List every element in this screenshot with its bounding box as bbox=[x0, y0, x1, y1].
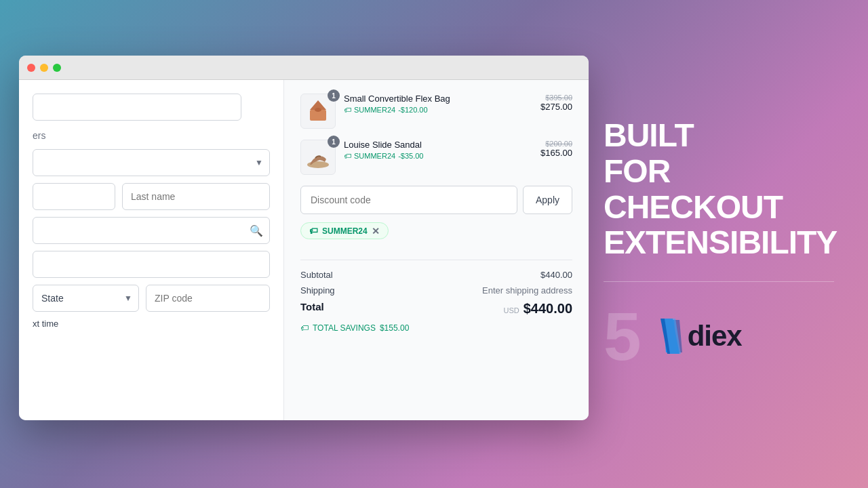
logo-text: diex bbox=[688, 320, 742, 352]
item-discount-code: SUMMER24 bbox=[354, 152, 395, 160]
applied-tag-icon: 🏷 bbox=[309, 226, 318, 236]
diex-slash-icon bbox=[655, 317, 685, 355]
savings-row: 🏷 TOTAL SAVINGS $155.00 bbox=[300, 323, 572, 333]
subtotal-row: Subtotal $440.00 bbox=[300, 270, 572, 280]
item-image-wrapper: 1 bbox=[300, 140, 336, 175]
close-button[interactable] bbox=[27, 64, 35, 72]
item-discount-code: SUMMER24 bbox=[354, 106, 395, 114]
apply-button[interactable]: Apply bbox=[523, 186, 572, 214]
divider bbox=[604, 281, 834, 282]
checkout-form-panel: ers ▼ 🔍 State bbox=[19, 80, 283, 420]
item-badge: 1 bbox=[328, 136, 340, 148]
brand-bottom: 5 diex bbox=[604, 302, 742, 370]
item-badge: 1 bbox=[328, 89, 340, 102]
subtotal-label: Subtotal bbox=[300, 270, 333, 280]
savings-icon: 🏷 bbox=[300, 323, 309, 333]
savings-value: $155.00 bbox=[380, 323, 409, 333]
savings-label: TOTAL SAVINGS bbox=[313, 323, 376, 333]
tagline-line3: EXTENSIBILITY bbox=[604, 225, 837, 261]
item-prices: $200.00 $165.00 bbox=[540, 140, 572, 158]
applied-code-badge: 🏷 SUMMER24 ✕ bbox=[300, 222, 389, 239]
item-details: Small Convertible Flex Bag 🏷 SUMMER24 -$… bbox=[344, 94, 532, 114]
branding-panel: BUILT FOR CHECKOUT EXTENSIBILITY 5 diex bbox=[570, 0, 868, 488]
search-icon: 🔍 bbox=[250, 224, 263, 237]
item-discount-amount: -$35.00 bbox=[398, 152, 423, 160]
browser-titlebar bbox=[19, 56, 589, 80]
shipping-value: Enter shipping address bbox=[482, 285, 572, 296]
item-details: Louise Slide Sandal 🏷 SUMMER24 -$35.00 bbox=[344, 140, 532, 160]
item-original-price: $200.00 bbox=[540, 140, 572, 148]
item-discount-amount: -$120.00 bbox=[398, 106, 427, 114]
tag-icon: 🏷 bbox=[344, 106, 351, 114]
minimize-button[interactable] bbox=[40, 64, 48, 72]
discount-code-input[interactable] bbox=[300, 186, 517, 214]
first-name-field[interactable] bbox=[33, 183, 115, 210]
item-discount-tag: 🏷 SUMMER24 -$120.00 bbox=[344, 106, 532, 114]
item-image-wrapper: 1 bbox=[300, 94, 336, 129]
remove-code-button[interactable]: ✕ bbox=[372, 226, 380, 236]
tagline: BUILT FOR CHECKOUT EXTENSIBILITY bbox=[604, 118, 837, 261]
bag-image-icon bbox=[304, 98, 332, 125]
shipping-label: Shipping bbox=[300, 285, 335, 296]
order-item: 1 Louise Slide Sandal 🏷 SUMMER24 bbox=[300, 140, 572, 175]
currency-label: USD bbox=[503, 306, 519, 314]
last-name-field[interactable] bbox=[122, 183, 270, 210]
maximize-button[interactable] bbox=[53, 64, 61, 72]
total-amount: USD $440.00 bbox=[503, 301, 572, 317]
logo: diex bbox=[655, 317, 742, 355]
shipping-row: Shipping Enter shipping address bbox=[300, 285, 572, 296]
item-name: Small Convertible Flex Bag bbox=[344, 94, 532, 104]
grand-total-row: Total USD $440.00 bbox=[300, 301, 572, 317]
tagline-line2: FOR CHECKOUT bbox=[604, 154, 837, 226]
city-field[interactable] bbox=[33, 251, 270, 278]
tagline-line1: BUILT bbox=[604, 118, 837, 154]
svg-point-2 bbox=[315, 108, 321, 112]
tag-icon: 🏷 bbox=[344, 152, 351, 160]
remember-label: xt time bbox=[33, 319, 58, 329]
country-dropdown[interactable] bbox=[33, 149, 270, 176]
total-label: Total bbox=[300, 301, 324, 317]
number-five: 5 bbox=[604, 302, 642, 370]
discount-code-section: Apply bbox=[300, 186, 572, 214]
grand-price: $440.00 bbox=[524, 301, 572, 317]
state-dropdown[interactable]: State bbox=[33, 285, 139, 312]
order-summary-panel: 1 Small Convertible Flex Bag 🏷 SUMMER24 bbox=[283, 80, 589, 420]
item-discount-tag: 🏷 SUMMER24 -$35.00 bbox=[344, 152, 532, 160]
item-prices: $395.00 $275.00 bbox=[540, 94, 572, 112]
order-item: 1 Small Convertible Flex Bag 🏷 SUMMER24 bbox=[300, 94, 572, 129]
sandal-image-icon bbox=[304, 146, 332, 169]
address-field[interactable] bbox=[33, 217, 270, 244]
email-field[interactable] bbox=[33, 94, 241, 121]
item-sale-price: $275.00 bbox=[540, 102, 572, 112]
item-sale-price: $165.00 bbox=[540, 148, 572, 158]
subtotal-value: $440.00 bbox=[540, 270, 572, 280]
section-label: ers bbox=[33, 130, 270, 141]
browser-content: ers ▼ 🔍 State bbox=[19, 80, 589, 420]
item-name: Louise Slide Sandal bbox=[344, 140, 532, 150]
zip-field[interactable] bbox=[146, 285, 270, 312]
applied-code-text: SUMMER24 bbox=[322, 226, 368, 236]
item-original-price: $395.00 bbox=[540, 94, 572, 102]
browser-window: ers ▼ 🔍 State bbox=[19, 56, 589, 420]
order-totals: Subtotal $440.00 Shipping Enter shipping… bbox=[300, 260, 572, 333]
